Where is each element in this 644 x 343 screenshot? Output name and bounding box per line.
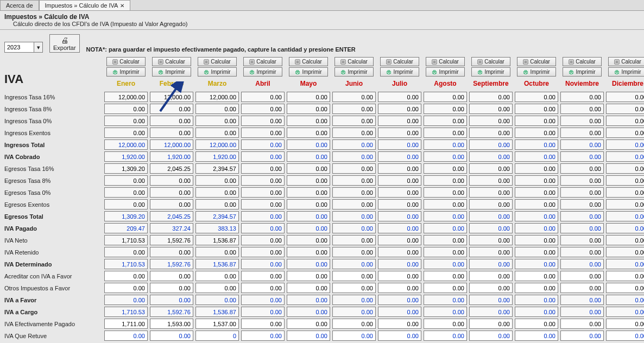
cell-input[interactable]: [287, 223, 330, 233]
cell-input[interactable]: [515, 163, 558, 174]
close-icon[interactable]: ✕: [120, 3, 124, 9]
cell-input[interactable]: [424, 283, 467, 293]
cell-input[interactable]: [378, 331, 421, 341]
cell-input[interactable]: [104, 187, 148, 198]
year-input[interactable]: [4, 42, 34, 53]
cell-input[interactable]: [424, 223, 467, 233]
cell-input[interactable]: [424, 331, 467, 341]
chevron-down-icon[interactable]: ▾: [34, 42, 43, 53]
cell-input[interactable]: [150, 104, 193, 114]
cell-input[interactable]: [287, 235, 330, 245]
cell-input[interactable]: [150, 175, 193, 186]
print-button-11[interactable]: Imprimir: [608, 67, 644, 77]
cell-input[interactable]: [195, 271, 239, 281]
cell-input[interactable]: [287, 139, 330, 150]
cell-input[interactable]: [515, 199, 558, 209]
cell-input[interactable]: [424, 92, 467, 102]
cell-input[interactable]: [332, 235, 376, 245]
cell-input[interactable]: [332, 307, 376, 317]
cell-input[interactable]: [195, 199, 239, 209]
cell-input[interactable]: [560, 307, 604, 317]
cell-input[interactable]: [104, 175, 148, 186]
cell-input[interactable]: [560, 235, 604, 245]
cell-input[interactable]: [560, 223, 604, 233]
cell-input[interactable]: [469, 175, 513, 186]
cell-input[interactable]: [424, 104, 467, 114]
cell-input[interactable]: [332, 271, 376, 281]
cell-input[interactable]: [287, 199, 330, 209]
cell-input[interactable]: [287, 116, 330, 126]
cell-input[interactable]: [378, 104, 421, 114]
cell-input[interactable]: [424, 295, 467, 305]
cell-input[interactable]: [241, 92, 285, 102]
cell-input[interactable]: [332, 223, 376, 233]
cell-input[interactable]: [150, 163, 193, 174]
cell-input[interactable]: [241, 175, 285, 186]
cell-input[interactable]: [560, 151, 604, 162]
cell-input[interactable]: [515, 247, 558, 257]
cell-input[interactable]: [515, 187, 558, 198]
cell-input[interactable]: [560, 199, 604, 209]
cell-input[interactable]: [287, 128, 330, 138]
calc-button-1[interactable]: Calcular: [152, 57, 191, 66]
cell-input[interactable]: [606, 259, 644, 269]
cell-input[interactable]: [150, 295, 193, 305]
cell-input[interactable]: [150, 139, 193, 150]
cell-input[interactable]: [606, 211, 644, 221]
cell-input[interactable]: [560, 283, 604, 293]
cell-input[interactable]: [606, 139, 644, 150]
print-button-5[interactable]: Imprimir: [334, 67, 374, 77]
cell-input[interactable]: [150, 116, 193, 126]
cell-input[interactable]: [150, 235, 193, 245]
cell-input[interactable]: [241, 163, 285, 174]
cell-input[interactable]: [287, 163, 330, 174]
cell-input[interactable]: [378, 116, 421, 126]
cell-input[interactable]: [560, 163, 604, 174]
cell-input[interactable]: [469, 151, 513, 162]
cell-input[interactable]: [287, 319, 330, 329]
cell-input[interactable]: [378, 307, 421, 317]
cell-input[interactable]: [104, 247, 148, 257]
cell-input[interactable]: [332, 163, 376, 174]
cell-input[interactable]: [195, 259, 239, 269]
cell-input[interactable]: [104, 104, 148, 114]
cell-input[interactable]: [515, 211, 558, 221]
export-button[interactable]: 🖨 Exportar: [49, 34, 80, 53]
cell-input[interactable]: [104, 223, 148, 233]
print-button-0[interactable]: Imprimir: [106, 67, 146, 77]
cell-input[interactable]: [378, 139, 421, 150]
cell-input[interactable]: [424, 175, 467, 186]
cell-input[interactable]: [150, 128, 193, 138]
cell-input[interactable]: [469, 163, 513, 174]
cell-input[interactable]: [195, 151, 239, 162]
cell-input[interactable]: [378, 128, 421, 138]
cell-input[interactable]: [560, 92, 604, 102]
cell-input[interactable]: [104, 116, 148, 126]
cell-input[interactable]: [332, 259, 376, 269]
cell-input[interactable]: [332, 175, 376, 186]
cell-input[interactable]: [332, 283, 376, 293]
cell-input[interactable]: [195, 235, 239, 245]
cell-input[interactable]: [515, 235, 558, 245]
cell-input[interactable]: [515, 151, 558, 162]
cell-input[interactable]: [241, 151, 285, 162]
cell-input[interactable]: [378, 211, 421, 221]
cell-input[interactable]: [469, 211, 513, 221]
cell-input[interactable]: [241, 187, 285, 198]
cell-input[interactable]: [515, 128, 558, 138]
cell-input[interactable]: [104, 199, 148, 209]
cell-input[interactable]: [606, 223, 644, 233]
cell-input[interactable]: [378, 235, 421, 245]
cell-input[interactable]: [104, 163, 148, 174]
cell-input[interactable]: [150, 271, 193, 281]
cell-input[interactable]: [469, 128, 513, 138]
cell-input[interactable]: [332, 128, 376, 138]
calc-button-2[interactable]: Calcular: [198, 57, 237, 66]
cell-input[interactable]: [287, 175, 330, 186]
calc-button-7[interactable]: Calcular: [426, 57, 465, 66]
cell-input[interactable]: [241, 116, 285, 126]
cell-input[interactable]: [560, 104, 604, 114]
cell-input[interactable]: [469, 307, 513, 317]
print-button-1[interactable]: Imprimir: [152, 67, 191, 77]
cell-input[interactable]: [515, 223, 558, 233]
